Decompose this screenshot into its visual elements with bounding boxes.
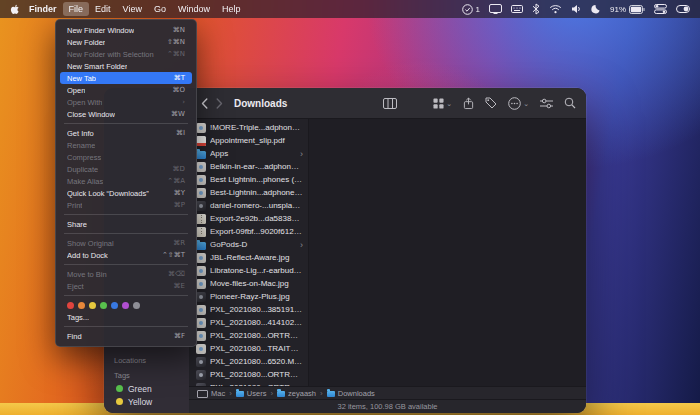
- file-row[interactable]: PXL_2021080...4141025.JPG: [189, 316, 308, 329]
- menu-item-print[interactable]: Print⌘P: [60, 199, 192, 211]
- menu-item-tags[interactable]: Tags...: [60, 311, 192, 323]
- menu-item-shortcut: ⌘N: [173, 26, 185, 34]
- breadcrumb-mac[interactable]: Mac: [197, 389, 225, 398]
- image-file-icon: [196, 201, 206, 211]
- check-circle-icon[interactable]: 1: [462, 4, 480, 15]
- file-row[interactable]: Libratone-Lig...r-earbuds.jpg: [189, 264, 308, 277]
- tags-button[interactable]: [485, 97, 497, 109]
- menu-item-shortcut: ⌘P: [174, 201, 185, 209]
- keyboard-icon[interactable]: [511, 5, 523, 13]
- menu-item-move-to-bin[interactable]: Move to Bin⌘⌫: [60, 268, 192, 280]
- menubar-menu-go[interactable]: Go: [148, 2, 172, 16]
- file-row[interactable]: GoPods-D›: [189, 238, 308, 251]
- menu-item-show-original[interactable]: Show Original⌘R: [60, 237, 192, 249]
- file-row[interactable]: PXL_2021080...ORTRAIT.JPG: [189, 329, 308, 342]
- forward-button[interactable]: [216, 98, 223, 109]
- file-row[interactable]: !MORE-Triple...adphones.jpg: [189, 121, 308, 134]
- menu-item-eject[interactable]: Eject⌘E: [60, 280, 192, 292]
- menu-item-share[interactable]: Share: [60, 218, 192, 230]
- apple-menu[interactable]: [10, 4, 19, 15]
- share-button[interactable]: [463, 97, 474, 110]
- sidebar-tag-yellow[interactable]: Yellow: [114, 395, 185, 408]
- image-file-icon: [196, 253, 206, 263]
- menu-item-add-to-dock[interactable]: Add to Dock⌃⇧⌘T: [60, 249, 192, 261]
- tag-color-dot[interactable]: [78, 302, 85, 309]
- more-actions-button[interactable]: ⌄: [508, 97, 529, 110]
- tag-color-dot[interactable]: [122, 302, 129, 309]
- moon-icon[interactable]: [591, 4, 601, 14]
- menubar-menu-window[interactable]: Window: [172, 2, 216, 16]
- tag-color-dot[interactable]: [133, 302, 140, 309]
- column-view-button[interactable]: [383, 98, 397, 109]
- menu-item-make-alias[interactable]: Make Alias⌃⌘A: [60, 175, 192, 187]
- display-icon[interactable]: [489, 4, 502, 14]
- menu-item-new-folder[interactable]: New Folder⇧⌘N: [60, 36, 192, 48]
- menu-item-rename[interactable]: Rename: [60, 139, 192, 151]
- menu-item-label: Duplicate: [67, 165, 98, 174]
- file-row[interactable]: PXL_2021080...ORTRAIT.JPG: [189, 368, 308, 381]
- file-row[interactable]: Best Lightnin...phones (1).jpg: [189, 173, 308, 186]
- file-row[interactable]: PXL_2021080...3851917.JPG: [189, 303, 308, 316]
- file-row[interactable]: Export-2e92b...da5838eb.zip: [189, 212, 308, 225]
- wifi-icon[interactable]: [549, 4, 562, 14]
- file-name: PXL_2021080...3851917.JPG: [210, 305, 303, 314]
- tag-color-dot[interactable]: [100, 302, 107, 309]
- file-row[interactable]: Appointment_slip.pdf: [189, 134, 308, 147]
- switch-icon[interactable]: [676, 5, 690, 13]
- sidebar-tag-green[interactable]: Green: [114, 382, 185, 395]
- menu-item-quick-look-downloads[interactable]: Quick Look “Downloads”⌘Y: [60, 187, 192, 199]
- breadcrumb-users[interactable]: Users: [236, 389, 267, 398]
- file-row[interactable]: Best-Lightnin...adphones.jpg: [189, 186, 308, 199]
- menu-item-compress[interactable]: Compress: [60, 151, 192, 163]
- filter-sliders-button[interactable]: [540, 98, 553, 109]
- file-row[interactable]: JBL-Reflect-Aware.jpg: [189, 251, 308, 264]
- file-row[interactable]: daniel-romero-...unsplash.jpg: [189, 199, 308, 212]
- file-name: Export-2e92b...da5838eb.zip: [210, 214, 303, 223]
- menubar-menu-finder[interactable]: Finder: [23, 2, 63, 16]
- file-row[interactable]: Apps›: [189, 147, 308, 160]
- battery-icon[interactable]: 91%: [610, 5, 645, 14]
- file-row[interactable]: Pioneer-Rayz-Plus.jpg: [189, 290, 308, 303]
- file-row[interactable]: Export-09fbf...9020f6128.zip: [189, 225, 308, 238]
- menubar-menu-edit[interactable]: Edit: [89, 2, 117, 16]
- menu-item-new-tab[interactable]: New Tab⌘T: [60, 72, 192, 84]
- menu-item-label: Print: [67, 201, 82, 210]
- menu-item-get-info[interactable]: Get Info⌘I: [60, 127, 192, 139]
- menu-item-new-folder-with-selection[interactable]: New Folder with Selection⌃⌘N: [60, 48, 192, 60]
- menu-item-new-smart-folder[interactable]: New Smart Folder: [60, 60, 192, 72]
- file-row[interactable]: PXL_2021080...TRAIT~2.JPG: [189, 342, 308, 355]
- group-view-button[interactable]: ⌄: [433, 98, 452, 109]
- breadcrumb-label: Mac: [211, 389, 225, 398]
- control-center-icon[interactable]: [654, 4, 667, 14]
- menu-item-open[interactable]: Open⌘O: [60, 84, 192, 96]
- tag-color-dot[interactable]: [111, 302, 118, 309]
- empty-column: [309, 119, 586, 387]
- breadcrumb-downloads[interactable]: Downloads: [327, 389, 375, 398]
- menu-item-shortcut: ⌘F: [174, 332, 185, 340]
- menubar-menu-help[interactable]: Help: [216, 2, 247, 16]
- tag-color-dot[interactable]: [89, 302, 96, 309]
- file-row[interactable]: Belkin-in-ear-...adphones.jpg: [189, 160, 308, 173]
- menu-item-label: Make Alias: [67, 177, 103, 186]
- breadcrumb-label: Users: [247, 389, 267, 398]
- file-name: Libratone-Lig...r-earbuds.jpg: [210, 266, 303, 275]
- sidebar-section-tags: Tags: [114, 371, 185, 380]
- back-button[interactable]: [201, 98, 208, 109]
- menu-item-open-with[interactable]: Open With›: [60, 96, 192, 108]
- volume-icon[interactable]: [571, 4, 582, 14]
- menubar-menu-view[interactable]: View: [117, 2, 148, 16]
- menu-item-close-window[interactable]: Close Window⌘W: [60, 108, 192, 120]
- menu-item-new-finder-window[interactable]: New Finder Window⌘N: [60, 24, 192, 36]
- search-button[interactable]: [564, 97, 576, 109]
- menu-item-shortcut: ⌘D: [173, 165, 185, 173]
- menu-item-shortcut: ⌃⌘N: [167, 50, 185, 58]
- menu-item-find[interactable]: Find⌘F: [60, 330, 192, 342]
- breadcrumb-zeyaash[interactable]: zeyaash: [277, 389, 316, 398]
- bluetooth-icon[interactable]: [532, 3, 540, 15]
- image-file-icon: [196, 305, 206, 315]
- file-row[interactable]: PXL_2021080...6520.MP.JPG: [189, 355, 308, 368]
- menu-item-duplicate[interactable]: Duplicate⌘D: [60, 163, 192, 175]
- tag-color-dot[interactable]: [67, 302, 74, 309]
- file-row[interactable]: Move-files-on-Mac.jpg: [189, 277, 308, 290]
- menubar-menu-file[interactable]: File: [63, 2, 90, 16]
